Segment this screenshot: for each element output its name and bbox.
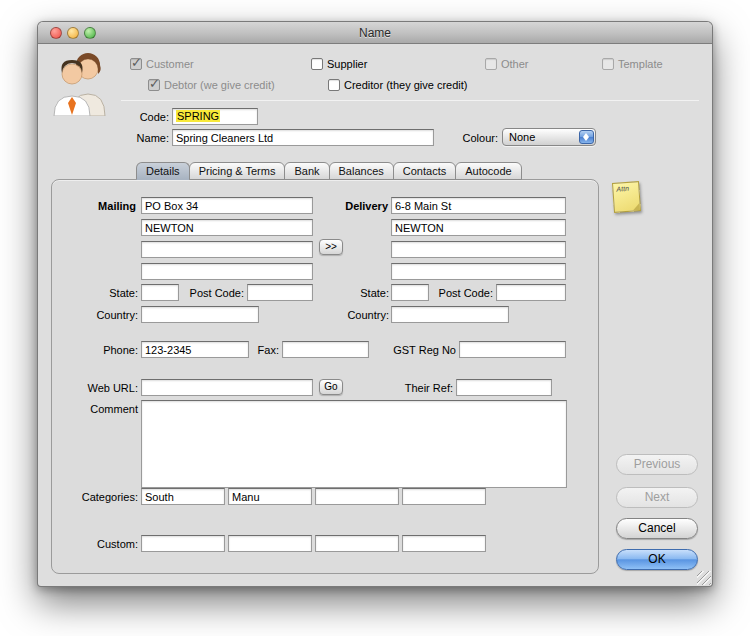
name-input[interactable] [172,129,434,146]
custom-4-input[interactable] [402,535,486,552]
categories-label: Categories: [72,491,138,503]
delivery-address-line1-input[interactable] [391,197,566,214]
creditor-checkbox[interactable] [328,79,340,91]
category-2-input[interactable] [228,488,312,505]
customer-checkbox[interactable] [130,58,142,70]
web-url-label: Web URL: [78,382,138,394]
tab-bank-label: Bank [294,165,319,177]
custom-label: Custom: [88,538,138,550]
mailing-state-label: State: [94,287,138,299]
mailing-label: Mailing [76,200,136,212]
delivery-address-line3-input[interactable] [391,241,566,258]
tab-autocode[interactable]: Autocode [455,162,521,180]
delivery-state-input[interactable] [391,284,429,301]
go-button[interactable]: Go [319,379,343,395]
tab-pricing-terms-label: Pricing & Terms [199,165,276,177]
tab-balances-label: Balances [339,165,384,177]
category-4-input[interactable] [402,488,486,505]
custom-2-input[interactable] [228,535,312,552]
tab-bar: Details Pricing & Terms Bank Balances Co… [137,162,522,180]
window-titlebar[interactable]: Name [38,22,712,44]
mailing-postcode-label: Post Code: [182,287,244,299]
debtor-checkbox[interactable] [148,79,160,91]
cancel-button[interactable]: Cancel [616,518,698,539]
tab-balances[interactable]: Balances [329,162,394,180]
other-checkbox[interactable] [485,58,497,70]
custom-3-input[interactable] [315,535,399,552]
name-label: Name: [131,132,169,144]
tab-autocode-label: Autocode [465,165,511,177]
delivery-address-line2-input[interactable] [391,219,566,236]
name-window: Name Customer Supplier Other Template De… [37,21,713,587]
screenshot-canvas: Name Customer Supplier Other Template De… [0,0,750,636]
mailing-country-label: Country: [84,309,138,321]
tab-pricing-terms[interactable]: Pricing & Terms [189,162,286,180]
next-button[interactable]: Next [616,487,698,508]
debtor-checkbox-label: Debtor (we give credit) [164,79,275,91]
mailing-address-line1-input[interactable] [141,197,313,214]
ok-button[interactable]: OK [616,549,698,570]
creditor-checkbox-label: Creditor (they give credit) [344,79,468,91]
mailing-address-line2-input[interactable] [141,219,313,236]
delivery-country-input[interactable] [391,306,509,323]
category-1-input[interactable] [141,488,225,505]
phone-label: Phone: [92,344,138,356]
resize-grip[interactable] [697,571,711,585]
fax-input[interactable] [282,341,369,358]
template-checkbox[interactable] [602,58,614,70]
other-checkbox-label: Other [501,58,529,70]
fax-label: Fax: [250,344,279,356]
delivery-postcode-label: Post Code: [432,287,493,299]
gst-reg-no-label: GST Reg No [388,344,456,356]
section-divider [121,100,699,101]
colour-select[interactable]: None [502,128,596,146]
supplier-checkbox[interactable] [311,58,323,70]
chevron-up-down-icon [579,130,594,144]
gst-reg-no-input[interactable] [459,341,566,358]
their-ref-input[interactable] [456,379,552,396]
colour-selected-value: None [503,131,579,143]
customer-avatar-icon [53,52,107,120]
delivery-label: Delivery [334,200,388,212]
mailing-country-input[interactable] [141,306,259,323]
mailing-address-line3-input[interactable] [141,241,313,258]
customer-checkbox-label: Customer [146,58,194,70]
sticky-note-icon[interactable]: Attn [612,181,641,213]
code-label: Code: [131,111,169,123]
previous-button[interactable]: Previous [616,454,698,475]
code-input[interactable]: SPRING [172,108,258,125]
mailing-state-input[interactable] [141,284,179,301]
tab-bank[interactable]: Bank [284,162,329,180]
tab-details-label: Details [146,165,180,177]
mailing-postcode-input[interactable] [247,284,313,301]
tab-details[interactable]: Details [136,162,190,180]
comment-textarea[interactable] [141,400,567,488]
sticky-note-label: Attn [613,182,639,193]
phone-input[interactable] [141,341,249,358]
custom-1-input[interactable] [141,535,225,552]
comment-label: Comment [85,403,138,415]
their-ref-label: Their Ref: [394,382,453,394]
supplier-checkbox-label: Supplier [327,58,367,70]
web-url-input[interactable] [141,379,313,396]
tab-contacts[interactable]: Contacts [393,162,456,180]
code-value-highlight: SPRING [176,110,220,122]
delivery-country-label: Country: [335,309,389,321]
window-title: Name [38,26,712,40]
delivery-postcode-input[interactable] [496,284,566,301]
delivery-state-label: State: [345,287,389,299]
mailing-address-line4-input[interactable] [141,263,313,280]
colour-label: Colour: [444,132,498,144]
tab-contacts-label: Contacts [403,165,446,177]
category-3-input[interactable] [315,488,399,505]
delivery-address-line4-input[interactable] [391,263,566,280]
copy-mailing-to-delivery-button[interactable]: >> [319,239,343,255]
template-checkbox-label: Template [618,58,663,70]
sticky-note-fold [632,203,639,210]
